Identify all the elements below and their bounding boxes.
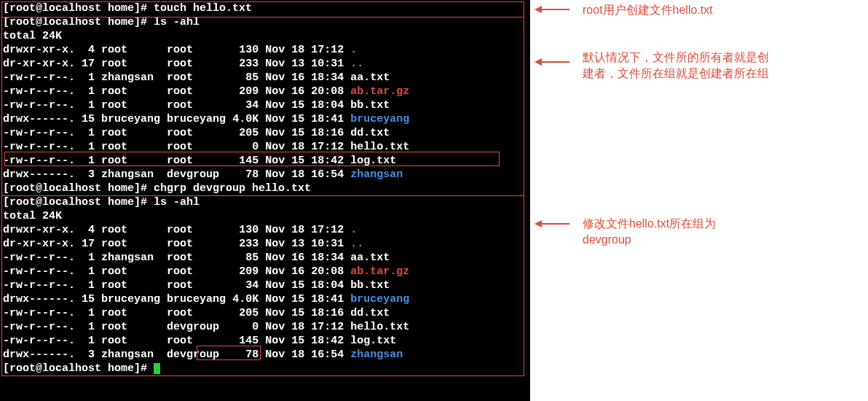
time-col: 18:04 <box>311 99 344 112</box>
listing-row: drwxr-xr-x. 4 root root 130 Nov 18 17:12… <box>3 43 527 57</box>
month-col: Nov <box>265 252 285 264</box>
annotation-text-3: 修改文件hello.txt所在组为 devgroup <box>583 216 716 248</box>
group-col: root <box>167 127 226 139</box>
group-col: root <box>167 44 226 56</box>
listing-row: -rw-r--r--. 1 root root 0 Nov 18 17:12 h… <box>3 140 527 154</box>
group-col: root <box>167 71 226 84</box>
time-col: 16:54 <box>311 349 344 361</box>
size-col: 78 <box>232 349 259 361</box>
day-col: 16 <box>291 85 304 98</box>
links-col: 1 <box>82 321 95 333</box>
day-col: 15 <box>291 307 304 319</box>
svg-marker-1 <box>534 6 542 13</box>
links-col: 3 <box>82 349 95 361</box>
time-col: 18:34 <box>311 71 344 84</box>
perm-col: -rw-r--r--. <box>3 265 75 278</box>
total-line: total 24K <box>3 209 527 223</box>
time-col: 20:08 <box>311 265 344 278</box>
listing-row: drwxr-xr-x. 4 root root 130 Nov 18 17:12… <box>3 223 527 237</box>
links-col: 1 <box>82 127 95 139</box>
filename-col: ab.tar.gz <box>350 265 409 278</box>
owner-col: root <box>101 99 160 112</box>
listing-row: -rw-r--r--. 1 root root 145 Nov 15 18:42… <box>3 334 527 348</box>
listing-row: dr-xr-xr-x. 17 root root 233 Nov 13 10:3… <box>3 237 527 251</box>
links-col: 1 <box>82 85 95 98</box>
links-col: 4 <box>82 44 95 56</box>
listing-row: -rw-r--r--. 1 root devgroup 0 Nov 18 17:… <box>3 320 527 334</box>
time-col: 18:41 <box>311 293 344 305</box>
size-col: 34 <box>232 279 259 292</box>
month-col: Nov <box>265 58 285 70</box>
group-col: root <box>167 155 226 167</box>
owner-col: root <box>101 335 160 347</box>
group-col: root <box>167 99 226 112</box>
perm-col: drwx------. <box>3 349 75 361</box>
perm-col: -rw-r--r--. <box>3 99 75 112</box>
month-col: Nov <box>265 71 285 84</box>
day-col: 16 <box>291 265 304 278</box>
size-col: 4.0K <box>232 113 259 125</box>
perm-col: -rw-r--r--. <box>3 307 75 319</box>
listing-row: -rw-r--r--. 1 root root 209 Nov 16 20:08… <box>3 265 527 279</box>
shell-command: chgrp devgroup hello.txt <box>154 182 311 195</box>
month-col: Nov <box>265 265 285 278</box>
terminal-output[interactable]: [root@localhost home]# touch hello.txt[r… <box>0 0 530 401</box>
day-col: 15 <box>291 293 304 305</box>
perm-col: drwxr-xr-x. <box>3 224 75 236</box>
group-col: root <box>167 335 226 347</box>
links-col: 1 <box>82 265 95 278</box>
day-col: 18 <box>291 168 304 181</box>
shell-command: ls -ahl <box>154 16 200 28</box>
cursor-icon <box>154 363 160 374</box>
group-col: bruceyang <box>167 113 226 125</box>
arrow-icon <box>534 4 571 15</box>
perm-col: dr-xr-xr-x. <box>3 58 75 70</box>
owner-col: bruceyang <box>101 293 160 305</box>
filename-col: bb.txt <box>350 99 390 112</box>
perm-col: -rw-r--r--. <box>3 141 75 153</box>
shell-prompt: [root@localhost home]# <box>3 16 154 28</box>
perm-col: drwx------. <box>3 293 75 305</box>
size-col: 205 <box>232 307 259 319</box>
owner-col: root <box>101 307 160 319</box>
listing-row: -rw-r--r--. 1 root root 34 Nov 15 18:04 … <box>3 98 527 112</box>
owner-col: zhangsan <box>101 252 160 264</box>
month-col: Nov <box>265 85 285 98</box>
owner-col: root <box>101 155 160 167</box>
owner-col: root <box>101 58 160 70</box>
time-col: 16:54 <box>311 168 344 181</box>
links-col: 1 <box>82 307 95 319</box>
filename-col: log.txt <box>350 155 396 167</box>
perm-col: drwx------. <box>3 113 75 125</box>
perm-col: -rw-r--r--. <box>3 85 75 98</box>
group-col: root <box>167 58 226 70</box>
size-col: 130 <box>232 44 259 56</box>
perm-col: -rw-r--r--. <box>3 335 75 347</box>
size-col: 233 <box>232 238 259 250</box>
links-col: 17 <box>82 58 95 70</box>
time-col: 18:16 <box>311 307 344 319</box>
day-col: 18 <box>291 141 304 153</box>
owner-col: root <box>101 44 160 56</box>
filename-col: bruceyang <box>350 113 409 125</box>
filename-col: bb.txt <box>350 279 390 292</box>
month-col: Nov <box>265 44 285 56</box>
day-col: 13 <box>291 238 304 250</box>
time-col: 18:41 <box>311 113 344 125</box>
month-col: Nov <box>265 349 285 361</box>
filename-col: zhangsan <box>350 349 403 361</box>
svg-marker-5 <box>534 220 542 227</box>
owner-col: root <box>101 127 160 139</box>
size-col: 145 <box>232 335 259 347</box>
month-col: Nov <box>265 321 285 333</box>
time-col: 17:12 <box>311 44 344 56</box>
month-col: Nov <box>265 168 285 181</box>
month-col: Nov <box>265 127 285 139</box>
listing-row: -rw-r--r--. 1 zhangsan root 85 Nov 16 18… <box>3 251 527 265</box>
filename-col: hello.txt <box>350 321 409 333</box>
owner-col: root <box>101 321 160 333</box>
size-col: 145 <box>232 155 259 167</box>
group-col: root <box>167 307 226 319</box>
perm-col: dr-xr-xr-x. <box>3 238 75 250</box>
time-col: 17:12 <box>311 321 344 333</box>
